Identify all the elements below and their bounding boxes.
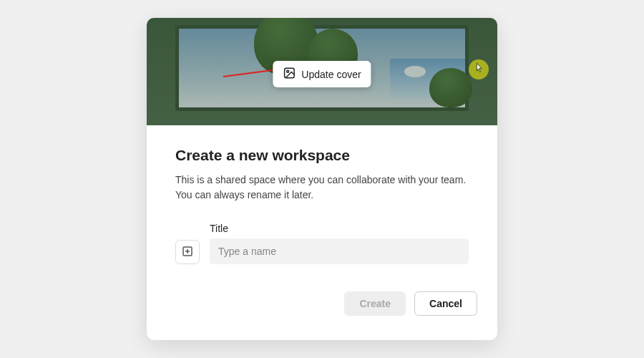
create-button[interactable]: Create bbox=[344, 291, 406, 316]
cover-area: Update cover bbox=[147, 18, 497, 125]
dialog-content: Create a new workspace This is a shared … bbox=[147, 125, 497, 279]
update-cover-label: Update cover bbox=[301, 69, 361, 80]
cancel-button[interactable]: Cancel bbox=[414, 291, 477, 316]
pointer-icon bbox=[473, 62, 484, 77]
dialog-title: Create a new workspace bbox=[175, 147, 469, 164]
update-cover-button[interactable]: Update cover bbox=[273, 61, 371, 87]
cursor-indicator bbox=[469, 59, 489, 79]
dialog-subtitle: This is a shared space where you can col… bbox=[175, 173, 469, 203]
title-label: Title bbox=[210, 223, 469, 234]
add-icon-button[interactable] bbox=[175, 240, 200, 264]
plus-icon bbox=[181, 245, 194, 260]
svg-point-3 bbox=[287, 70, 289, 72]
create-workspace-dialog: Update cover Create a new workspace This… bbox=[147, 18, 497, 340]
image-icon bbox=[283, 67, 296, 82]
title-input[interactable] bbox=[210, 238, 469, 264]
dialog-actions: Create Cancel bbox=[147, 279, 497, 332]
title-field-row: Title bbox=[175, 223, 469, 264]
